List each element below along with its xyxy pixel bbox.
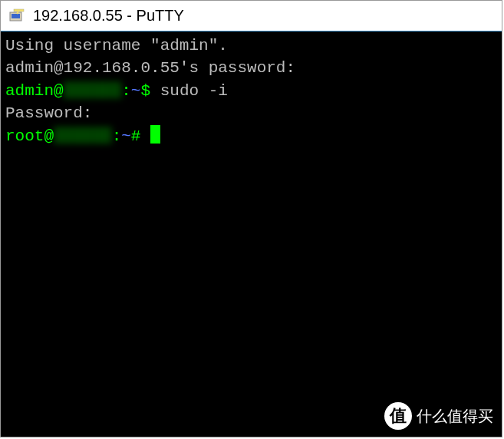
window-title: 192.168.0.55 - PuTTY	[33, 7, 184, 25]
watermark: 值 什么值得买	[384, 402, 493, 430]
terminal-command: sudo -i	[160, 82, 228, 100]
watermark-text: 什么值得买	[417, 406, 493, 427]
svg-rect-1	[12, 14, 20, 18]
putty-icon	[8, 8, 25, 25]
terminal-output-line: Password:	[5, 102, 497, 124]
cursor-icon	[150, 125, 160, 144]
terminal-prompt-line: root@██████:~#	[5, 125, 497, 147]
titlebar[interactable]: 192.168.0.55 - PuTTY	[1, 1, 502, 31]
terminal-area[interactable]: Using username "admin". admin@192.168.0.…	[1, 31, 502, 437]
terminal-output-line: Using username "admin".	[5, 35, 497, 57]
svg-rect-2	[14, 9, 24, 12]
terminal-output-line: admin@192.168.0.55's password:	[5, 57, 497, 79]
putty-window: 192.168.0.55 - PuTTY Using username "adm…	[0, 0, 502, 437]
watermark-badge-icon: 值	[384, 402, 412, 430]
terminal-prompt-line: admin@██████:~$ sudo -i	[5, 80, 497, 102]
